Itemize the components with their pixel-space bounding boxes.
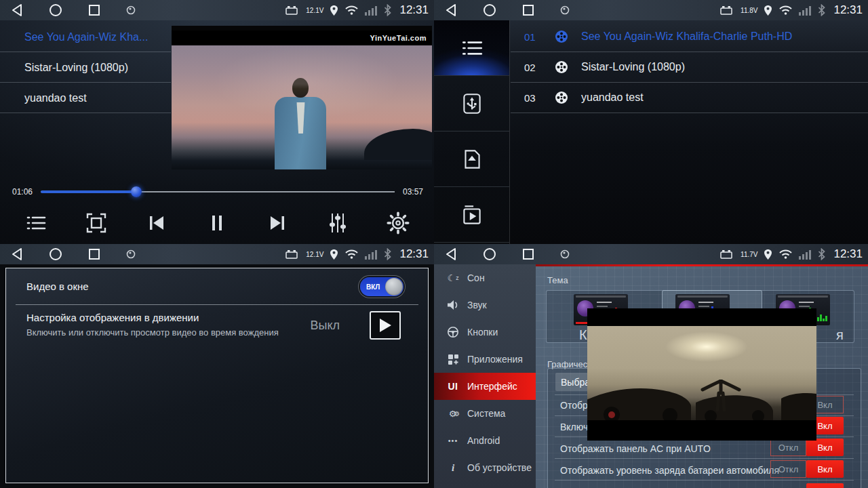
toggle-off-button[interactable]: Откл [770, 439, 806, 456]
back-icon[interactable] [11, 3, 23, 17]
status-bar: 12.1V 12:31 [0, 0, 434, 20]
settings-menu: ☾z Сон Звук Кнопки Приложения UI Интерфе… [434, 264, 536, 488]
bluetooth-icon [383, 248, 392, 260]
clock-text: 12:31 [833, 3, 863, 17]
screenshot-icon[interactable] [560, 249, 570, 259]
speaker-icon [445, 300, 461, 310]
screenshot-icon[interactable] [126, 5, 136, 15]
previous-button[interactable] [141, 207, 172, 239]
track-row[interactable]: 01 See You Again-Wiz Khalifa-Charlie Put… [511, 22, 868, 52]
toggle-on-button[interactable] [806, 483, 844, 488]
accent-line [536, 264, 868, 266]
back-icon[interactable] [11, 247, 23, 261]
motion-display-row[interactable]: Настройка отображения в движении Включит… [6, 305, 428, 348]
settings-gear-button[interactable] [382, 207, 414, 239]
toggle-on-button[interactable]: Вкл [806, 460, 844, 478]
battery-icon [285, 5, 298, 16]
scale-button[interactable] [81, 207, 112, 239]
floating-video-window[interactable] [587, 308, 816, 441]
video-surface[interactable]: YinYueTai.com [172, 26, 432, 169]
sidebar-item-video[interactable] [434, 187, 509, 243]
home-icon[interactable] [483, 247, 496, 261]
seek-knob[interactable] [131, 186, 142, 197]
recents-icon[interactable] [522, 4, 534, 16]
location-icon [764, 5, 772, 16]
toggle-on-label: ВКЛ [366, 283, 380, 291]
status-bar: 11.8V 12:31 [434, 0, 868, 20]
screenshot-icon[interactable] [126, 249, 136, 259]
menu-item-sleep[interactable]: ☾z Сон [434, 264, 536, 291]
sidebar-item-usb[interactable] [434, 76, 509, 131]
playlist-button[interactable] [20, 207, 52, 239]
signal-icon [365, 249, 377, 260]
menu-item-interface[interactable]: UI Интерфейс [434, 373, 536, 400]
wifi-icon [344, 249, 359, 260]
window-video-row[interactable]: Видео в окне ВКЛ [6, 268, 428, 304]
film-reel-icon [554, 60, 569, 75]
playlist-item[interactable]: yuandao test [0, 83, 171, 113]
setting-label: Отображать уровень заряда батареи автомо… [560, 465, 779, 476]
sidebar-item-playlist[interactable] [434, 20, 509, 76]
home-icon[interactable] [49, 3, 62, 17]
recents-icon[interactable] [522, 248, 534, 260]
menu-item-buttons[interactable]: Кнопки [434, 319, 536, 346]
location-icon [330, 249, 338, 260]
battery-voltage: 12.1V [306, 251, 323, 258]
battery-icon [719, 5, 733, 16]
hill-silhouette [364, 129, 432, 160]
bluetooth-icon [817, 248, 826, 260]
moon-icon: ☾z [445, 272, 461, 283]
sidebar-item-sdcard[interactable] [434, 131, 509, 187]
pause-button[interactable] [201, 207, 233, 239]
settings-panel: Видео в окне ВКЛ Настройка отображения в… [5, 268, 429, 483]
track-row[interactable]: 03 yuandao test [511, 83, 868, 113]
seek-bar[interactable] [41, 191, 395, 192]
video-frame [587, 326, 816, 420]
menu-item-sound[interactable]: Звук [434, 291, 536, 319]
theme-section-label: Тема [547, 275, 568, 285]
video-frame [172, 45, 432, 169]
toggle-on-button[interactable]: Вкл [806, 439, 844, 456]
next-button[interactable] [262, 207, 293, 239]
status-bar: 12.1V 12:31 [0, 244, 434, 264]
media-browser-screen: 11.8V 12:31 01 See You Again-Wiz Khalifa… [434, 0, 868, 244]
home-icon[interactable] [483, 3, 496, 17]
ui-settings-screen: 11.7V 12:31 ☾z Сон Звук Кнопки [434, 244, 868, 488]
track-row[interactable]: 02 Sistar-Loving (1080p) [511, 52, 868, 83]
motion-subtitle: Включить или отключить просмотр видео во… [26, 327, 279, 338]
total-time: 03:57 [403, 187, 423, 197]
playlist-item[interactable]: Sistar-Loving (1080p) [0, 52, 171, 83]
ellipsis-icon: ••• [445, 436, 461, 445]
setting-label: Отображать панель AC при AUTO [560, 443, 711, 454]
menu-item-system[interactable]: ⚙⚙ Система [434, 400, 536, 427]
recents-icon[interactable] [88, 248, 100, 260]
motion-enter-button[interactable] [370, 311, 401, 340]
bluetooth-icon [817, 4, 826, 16]
signal-icon [365, 5, 377, 16]
menu-item-apps[interactable]: Приложения [434, 346, 536, 373]
home-icon[interactable] [49, 247, 62, 261]
back-icon[interactable] [445, 247, 457, 261]
gears-icon: ⚙⚙ [445, 409, 461, 419]
battery-icon [719, 249, 733, 260]
toggle-off-button[interactable]: Откл [770, 460, 806, 478]
signal-icon [799, 5, 811, 16]
wifi-icon [344, 5, 359, 16]
motion-title: Настройка отображения в движении [26, 312, 199, 323]
video-player-screen: 12.1V 12:31 See You Again-Wiz Kha... Sis… [0, 0, 434, 244]
menu-item-android[interactable]: ••• Android [434, 427, 536, 454]
menu-item-about[interactable]: i Об устройстве [434, 454, 536, 481]
recents-icon[interactable] [88, 4, 100, 16]
playlist-item[interactable]: See You Again-Wiz Kha... [0, 22, 171, 52]
progress-row: 01:06 03:57 [0, 184, 434, 199]
equalizer-button[interactable] [322, 207, 353, 239]
window-video-toggle[interactable]: ВКЛ [360, 277, 403, 296]
track-number: 01 [524, 31, 554, 43]
screenshot-icon[interactable] [560, 5, 570, 15]
back-icon[interactable] [445, 3, 457, 17]
video-watermark: YinYueTai.com [370, 34, 427, 42]
wifi-icon [778, 5, 793, 16]
track-number: 03 [524, 92, 554, 104]
film-reel-icon [554, 90, 569, 105]
clock-text: 12:31 [399, 247, 429, 261]
